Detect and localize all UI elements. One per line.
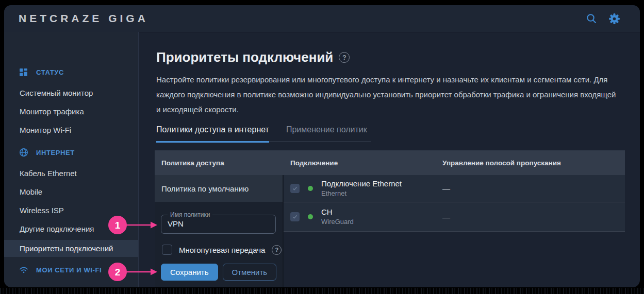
sidebar-section-status[interactable]: СТАТУС bbox=[4, 63, 138, 81]
connection-cell: CH WireGuard bbox=[284, 202, 441, 231]
brand-logo: NETCRAZE GIGA bbox=[19, 12, 148, 25]
dashboard-icon bbox=[19, 67, 28, 77]
bandwidth-cell: — bbox=[441, 202, 625, 231]
status-dot bbox=[308, 186, 313, 191]
connection-subtitle: Ethernet bbox=[321, 189, 402, 198]
connection-title: Подключение Ethernet bbox=[321, 179, 402, 189]
gear-icon[interactable] bbox=[608, 12, 620, 25]
sidebar-section-networks[interactable]: МОИ СЕТИ И WI-FI bbox=[4, 261, 138, 279]
multipath-label: Многопутевая передача bbox=[179, 246, 265, 254]
col-header-connection: Подключение bbox=[284, 159, 441, 167]
connection-checkbox[interactable] bbox=[290, 212, 300, 221]
sidebar-item-system-monitor[interactable]: Системный монитор bbox=[4, 84, 138, 101]
new-policy-form: Имя политики Многопутевая передача ? Сох… bbox=[155, 202, 284, 287]
sidebar-section-label: СТАТУС bbox=[36, 68, 64, 76]
help-glyph: ? bbox=[275, 247, 279, 253]
help-icon[interactable]: ? bbox=[272, 245, 282, 255]
status-dot bbox=[308, 214, 313, 219]
policy-name-input[interactable] bbox=[167, 219, 271, 228]
connection-cell: Подключение Ethernet Ethernet bbox=[284, 175, 441, 202]
wifi-icon bbox=[19, 265, 28, 274]
connection-checkbox[interactable] bbox=[290, 184, 300, 193]
sidebar-item-other-connections[interactable]: Другие подключения bbox=[4, 220, 138, 237]
tab-policy-assignment[interactable]: Применение политик bbox=[286, 125, 371, 142]
policy-name-label: Имя политики bbox=[168, 211, 212, 218]
sidebar-item-ethernet-cable[interactable]: Кабель Ethernet bbox=[4, 164, 138, 182]
tab-access-policies[interactable]: Политики доступа в интернет bbox=[156, 125, 269, 143]
table-header-row: Политика доступа Подключение Управление … bbox=[155, 150, 625, 175]
connection-info: CH WireGuard bbox=[321, 207, 354, 227]
policy-name-fieldset: Имя политики bbox=[161, 211, 276, 234]
top-header: NETCRAZE GIGA bbox=[4, 5, 640, 32]
help-icon[interactable]: ? bbox=[339, 52, 350, 63]
app-frame: NETCRAZE GIGA bbox=[4, 5, 640, 287]
sidebar-section-label: МОИ СЕТИ И WI-FI bbox=[36, 266, 102, 274]
table-row: Политика по умолчанию Подключение Ethern… bbox=[155, 175, 625, 202]
sidebar-item-wireless-isp[interactable]: Wireless ISP bbox=[4, 201, 138, 219]
header-icons bbox=[585, 12, 640, 25]
connection-info: Подключение Ethernet Ethernet bbox=[321, 179, 402, 198]
page-description: Настройте политики резервирования или мн… bbox=[156, 72, 621, 117]
bandwidth-cell: — bbox=[441, 175, 625, 202]
search-icon[interactable] bbox=[585, 12, 598, 25]
connection-subtitle: WireGuard bbox=[321, 218, 354, 226]
sidebar-item-mobile[interactable]: Mobile bbox=[4, 183, 138, 200]
sidebar: СТАТУС Системный монитор Монитор трафика… bbox=[4, 32, 139, 287]
sidebar-item-traffic-monitor[interactable]: Монитор трафика bbox=[4, 102, 138, 120]
sidebar-section-internet[interactable]: ИНТЕРНЕТ bbox=[4, 144, 138, 161]
policy-cell-default[interactable]: Политика по умолчанию bbox=[155, 175, 284, 202]
cancel-button[interactable]: Отменить bbox=[223, 264, 277, 281]
connection-title: CH bbox=[321, 207, 354, 217]
sidebar-item-client-lists[interactable]: Списки клиентов bbox=[4, 282, 138, 287]
save-button[interactable]: Сохранить bbox=[161, 264, 218, 281]
multipath-checkbox[interactable] bbox=[162, 245, 172, 255]
help-glyph: ? bbox=[342, 54, 346, 61]
sidebar-item-connection-priorities[interactable]: Приоритеты подключений bbox=[4, 240, 138, 257]
page-title: Приоритеты подключений bbox=[156, 49, 333, 65]
form-buttons: Сохранить Отменить bbox=[161, 264, 276, 281]
multipath-row: Многопутевая передача ? bbox=[162, 245, 282, 255]
watermark-noise-strip bbox=[0, 288, 644, 294]
col-header-bandwidth: Управление полосой пропускания bbox=[441, 159, 625, 167]
sidebar-item-wifi-monitor[interactable]: Монитор Wi-Fi bbox=[4, 121, 138, 139]
tab-bar: Политики доступа в интернет Применение п… bbox=[156, 125, 371, 142]
table-row: CH WireGuard — bbox=[284, 202, 625, 232]
sidebar-section-label: ИНТЕРНЕТ bbox=[36, 149, 75, 157]
page-title-row: Приоритеты подключений ? bbox=[156, 49, 350, 65]
col-header-policy: Политика доступа bbox=[155, 159, 284, 167]
globe-icon bbox=[19, 148, 28, 157]
